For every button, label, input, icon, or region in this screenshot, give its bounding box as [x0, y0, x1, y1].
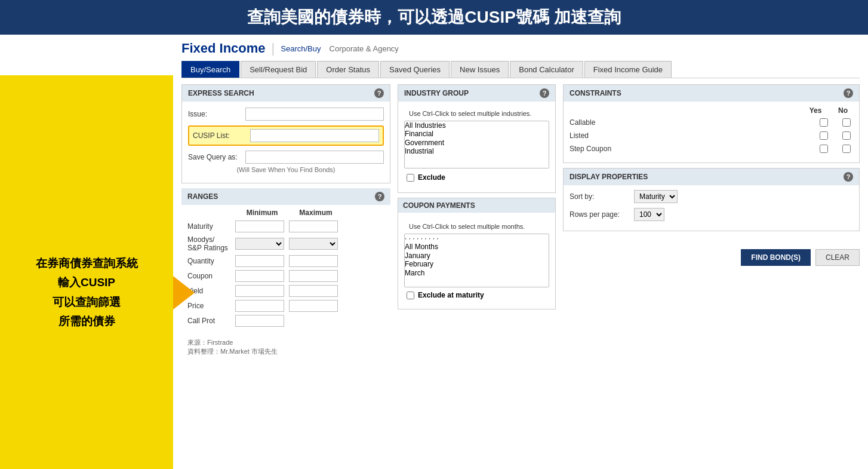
source-line1: 來源：Firstrade — [187, 338, 384, 347]
callable-yes-checkbox[interactable] — [820, 118, 828, 127]
coupon-payments-header: COUPON PAYMENTS — [398, 198, 555, 213]
ratings-row: Moodys/S&P Ratings — [187, 235, 384, 252]
quantity-min-input[interactable] — [235, 255, 284, 267]
constraints-header: CONSTRAINTS ? — [564, 85, 859, 102]
mid-column: INDUSTRY GROUP ? Use Ctrl-Click to selec… — [398, 84, 556, 358]
price-row: Price — [187, 300, 384, 312]
top-banner: 查詢美國的債券時，可以透過CUSIP號碼 加速查詢 — [0, 0, 868, 35]
callprot-label: Call Prot — [187, 317, 235, 325]
price-label: Price — [187, 302, 235, 310]
month-january[interactable]: January — [405, 252, 549, 260]
industry-group-help-icon[interactable]: ? — [540, 88, 549, 98]
ranges-help-icon[interactable]: ? — [375, 192, 384, 201]
coupon-min-input[interactable] — [235, 270, 284, 282]
yield-min-input[interactable] — [235, 285, 284, 297]
month-february[interactable]: February — [405, 260, 549, 268]
exclude-maturity-checkbox[interactable] — [407, 292, 414, 299]
cusip-input[interactable] — [250, 129, 379, 142]
constraints-grid: Yes No Callable — [564, 102, 859, 163]
issue-label: Issue: — [188, 110, 242, 118]
express-search-help-icon[interactable]: ? — [374, 88, 384, 98]
listed-checks — [820, 131, 851, 140]
find-bonds-button[interactable]: FIND BOND(S) — [741, 249, 811, 266]
tab-fixed-income-guide[interactable]: Fixed Income Guide — [584, 61, 672, 78]
issue-input[interactable] — [245, 108, 384, 121]
maturity-min-input[interactable] — [235, 220, 284, 232]
listed-no-checkbox[interactable] — [842, 131, 851, 140]
ratings-min-select[interactable] — [235, 238, 284, 250]
express-search-body: Issue: CUSIP List: Save Query as: — [182, 102, 390, 183]
industry-option-industrial[interactable]: Industrial — [405, 147, 549, 155]
ranges-header: RANGES ? — [181, 188, 390, 205]
save-note: (Will Save When You Find Bonds) — [188, 166, 384, 173]
quantity-max-input[interactable] — [289, 255, 338, 267]
step-coupon-row: Step Coupon — [570, 145, 853, 153]
right-column: CONSTRAINTS ? Yes No Callable — [563, 84, 860, 358]
cusip-row: CUSIP List: — [188, 125, 384, 146]
yes-col-header: Yes — [807, 106, 824, 115]
left-column: EXPRESS SEARCH ? Issue: CUSIP List: — [181, 84, 390, 358]
month-march[interactable]: March — [405, 269, 549, 277]
sort-by-select[interactable]: Maturity Coupon Yield Price — [634, 190, 678, 203]
step-coupon-yes-checkbox[interactable] — [820, 145, 828, 153]
tab-navigation: Buy/Search Sell/Request Bid Order Status… — [181, 61, 860, 78]
constraints-col-headers: Yes No — [570, 106, 853, 115]
step-coupon-no-checkbox[interactable] — [842, 145, 851, 153]
yield-label: Yield — [187, 287, 235, 295]
ranges-section: RANGES ? Minimum Maximum Maturity — [181, 188, 390, 333]
callable-label: Callable — [570, 118, 820, 127]
clear-button[interactable]: CLEAR — [815, 249, 860, 266]
month-all[interactable]: All Months — [405, 243, 549, 251]
display-props-help-icon[interactable]: ? — [844, 172, 853, 182]
save-label: Save Query as: — [188, 153, 242, 161]
save-input[interactable] — [245, 151, 384, 164]
main-columns: EXPRESS SEARCH ? Issue: CUSIP List: — [181, 84, 860, 358]
callprot-min-input[interactable] — [235, 315, 284, 327]
listed-yes-checkbox[interactable] — [820, 131, 828, 140]
tab-bond-calculator[interactable]: Bond Calculator — [510, 61, 583, 78]
tab-sell-request[interactable]: Sell/Request Bid — [241, 61, 316, 78]
max-col-label: Maximum — [289, 209, 343, 217]
industry-select[interactable]: All Industries Financial Government Indu… — [404, 121, 549, 168]
callable-no-checkbox[interactable] — [842, 118, 851, 127]
industry-option-all[interactable]: All Industries — [405, 121, 549, 130]
months-select[interactable]: · · · · · · · · · All Months January Feb… — [404, 234, 549, 287]
ratings-label: Moodys/S&P Ratings — [187, 235, 235, 252]
step-coupon-label: Step Coupon — [570, 145, 820, 153]
maturity-max-input[interactable] — [289, 220, 338, 232]
maturity-row: Maturity — [187, 220, 384, 232]
cusip-label: CUSIP List: — [193, 131, 247, 140]
ratings-max-select[interactable] — [289, 238, 338, 250]
rows-per-page-select[interactable]: 10 25 50 100 — [634, 208, 664, 221]
exclude-checkbox[interactable] — [407, 174, 414, 182]
sort-by-row: Sort by: Maturity Coupon Yield Price — [570, 190, 853, 203]
yield-max-input[interactable] — [289, 285, 338, 297]
constraints-help-icon[interactable]: ? — [844, 88, 853, 98]
issue-row: Issue: — [188, 108, 384, 121]
price-max-input[interactable] — [289, 300, 338, 312]
title-separator: | — [272, 41, 275, 56]
tab-saved-queries[interactable]: Saved Queries — [380, 61, 450, 78]
industry-option-government[interactable]: Government — [405, 139, 549, 147]
tab-order-status[interactable]: Order Status — [317, 61, 379, 78]
display-props-body: Sort by: Maturity Coupon Yield Price Row… — [564, 185, 859, 231]
display-properties-panel: DISPLAY PROPERTIES ? Sort by: Maturity C… — [563, 168, 860, 231]
express-search-header: EXPRESS SEARCH ? — [182, 85, 390, 102]
tab-buy-search[interactable]: Buy/Search — [181, 61, 239, 78]
price-min-input[interactable] — [235, 300, 284, 312]
exclude-row: Exclude — [404, 173, 549, 182]
rows-per-page-label: Rows per page: — [570, 210, 629, 219]
express-search-panel: EXPRESS SEARCH ? Issue: CUSIP List: — [181, 84, 390, 183]
industry-note: Use Ctrl-Click to select multiple indust… — [404, 108, 549, 121]
tab-new-issues[interactable]: New Issues — [451, 61, 509, 78]
maturity-label: Maturity — [187, 222, 235, 231]
industry-option-financial[interactable]: Financial — [405, 130, 549, 138]
industry-group-panel: INDUSTRY GROUP ? Use Ctrl-Click to selec… — [398, 84, 556, 193]
rows-per-page-row: Rows per page: 10 25 50 100 — [570, 208, 853, 221]
annotation-arrow — [173, 276, 195, 309]
banner-text: 查詢美國的債券時，可以透過CUSIP號碼 加速查詢 — [247, 8, 620, 26]
industry-group-body: Use Ctrl-Click to select multiple indust… — [398, 102, 555, 192]
coupon-max-input[interactable] — [289, 270, 338, 282]
sort-by-label: Sort by: — [570, 192, 629, 201]
month-dashes[interactable]: · · · · · · · · · — [405, 234, 549, 243]
